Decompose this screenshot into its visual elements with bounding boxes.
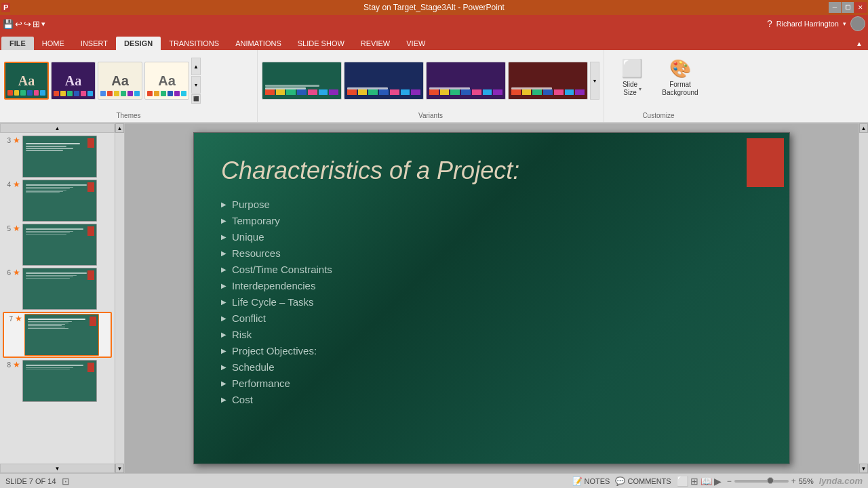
bullet-cost-time: ▶ Cost/Time Constraints [221, 264, 762, 275]
right-scroll-up[interactable]: ▲ [859, 123, 868, 133]
slide-number-8: 8 [3, 360, 11, 369]
bullet-cost: ▶ Cost [221, 394, 762, 405]
zoom-in-button[interactable]: + [791, 476, 796, 486]
bullet-arrow-8: ▶ [221, 314, 226, 322]
slide-star-3: ★ [13, 136, 20, 145]
slide-item-6[interactable]: 6 ★ [3, 268, 112, 310]
tab-review[interactable]: REVIEW [353, 37, 398, 50]
variant-4[interactable] [508, 62, 588, 100]
bullet-arrow-13: ▶ [221, 396, 226, 403]
slide-bullets[interactable]: ▶ Purpose ▶ Temporary ▶ Unique ▶ Resourc… [194, 195, 789, 417]
slide-thumb-3 [22, 136, 97, 178]
view-presentation[interactable]: ▶ [714, 476, 722, 487]
slide-canvas[interactable]: Characteristics of a Project: ▶ Purpose … [193, 132, 790, 464]
format-background-button[interactable]: 🎨 FormatBackground [657, 56, 703, 100]
slide-item-7[interactable]: 7 ★ [3, 312, 112, 358]
variant-1[interactable] [262, 62, 342, 100]
comments-icon: 💬 [615, 476, 625, 486]
user-name: Richard Harrington [776, 20, 839, 28]
slide-item-8[interactable]: 8 ★ [3, 360, 112, 402]
right-scroll-down[interactable]: ▼ [859, 464, 868, 473]
slide-panel: ▲ 3 ★ 4 ★ [0, 123, 115, 473]
panel-scroll-up[interactable]: ▲ [0, 123, 115, 133]
slide-thumb-6 [22, 268, 97, 310]
format-background-label: FormatBackground [662, 81, 698, 97]
bullet-arrow-9: ▶ [221, 331, 226, 338]
theme-2[interactable]: Aa [51, 62, 96, 100]
bullet-arrow-1: ▶ [221, 201, 226, 208]
themes-group: Aa Aa [0, 50, 258, 122]
zoom-level: 55% [799, 477, 814, 485]
variant-3[interactable] [426, 62, 506, 100]
tab-home[interactable]: HOME [34, 37, 73, 50]
themes-scroll-down[interactable]: ▾ [191, 76, 201, 94]
main-scroll-down[interactable]: ▼ [115, 464, 124, 473]
themes-scroll-up[interactable]: ▲ [191, 58, 201, 75]
avatar [850, 16, 865, 31]
bullet-arrow-2: ▶ [221, 217, 226, 224]
bullet-conflict: ▶ Conflict [221, 312, 762, 324]
slide-star-7: ★ [15, 314, 22, 323]
slide-star-8: ★ [13, 360, 20, 369]
slide-editor: Characteristics of a Project: ▶ Purpose … [125, 123, 859, 473]
slide-thumb-4 [22, 180, 97, 222]
collapse-ribbon-button[interactable]: ▲ [850, 37, 868, 50]
slide-item-3[interactable]: 3 ★ [3, 136, 112, 178]
tab-transitions[interactable]: TRANSITIONS [161, 37, 227, 50]
notes-button[interactable]: 📝 NOTES [572, 476, 610, 486]
slide-thumb-5 [22, 224, 97, 266]
tab-file[interactable]: FILE [1, 37, 34, 50]
variant-2[interactable] [344, 62, 424, 100]
themes-more[interactable]: ⬛ [191, 94, 201, 104]
bullet-arrow-12: ▶ [221, 380, 226, 387]
help-icon: ? [767, 18, 772, 29]
slide-view-toggle[interactable]: ⊡ [62, 476, 70, 487]
bullet-interdependencies: ▶ Interdependencies [221, 280, 762, 291]
variants-label: Variants [258, 112, 604, 119]
slide-size-button[interactable]: ⬜ SlideSize ▾ [612, 56, 652, 100]
bullet-lifecycle: ▶ Life Cycle – Tasks [221, 296, 762, 308]
user-dropdown-icon: ▾ [843, 20, 846, 27]
slide-star-5: ★ [13, 224, 20, 233]
slide-star-6: ★ [13, 268, 20, 277]
main-scroll-up[interactable]: ▲ [115, 123, 124, 133]
tab-view[interactable]: VIEW [398, 37, 433, 50]
slide-item-4[interactable]: 4 ★ [3, 180, 112, 222]
slide-title[interactable]: Characteristics of a Project: [194, 133, 789, 195]
tab-insert[interactable]: INSERT [73, 37, 116, 50]
zoom-slider[interactable] [734, 480, 789, 483]
bullet-arrow-11: ▶ [221, 363, 226, 371]
theme-4[interactable]: Aa [144, 62, 189, 100]
zoom-out-button[interactable]: − [727, 476, 732, 486]
slide-number-7: 7 [5, 314, 13, 323]
present-button[interactable]: ⊞ [33, 19, 40, 29]
slide-item-5[interactable]: 5 ★ [3, 224, 112, 266]
view-normal[interactable]: ⬜ [677, 476, 688, 487]
status-bar: SLIDE 7 OF 14 ⊡ 📝 NOTES 💬 COMMENTS ⬜ ⊞ 📖… [0, 473, 868, 488]
dropdown-button[interactable]: ▾ [41, 20, 45, 28]
view-reading[interactable]: 📖 [701, 476, 712, 487]
panel-scroll-down[interactable]: ▼ [0, 464, 115, 473]
customize-group: ⬜ SlideSize ▾ 🎨 FormatBackground Customi… [604, 50, 713, 122]
undo-button[interactable]: ↩ [15, 19, 22, 29]
view-slide-sorter[interactable]: ⊞ [690, 476, 698, 487]
slide-thumb-8 [22, 360, 97, 402]
redo-button[interactable]: ↪ [24, 19, 31, 29]
minimize-button[interactable]: ─ [829, 2, 841, 13]
tab-animations[interactable]: ANIMATIONS [227, 37, 290, 50]
tab-slideshow[interactable]: SLIDE SHOW [290, 37, 353, 50]
bullet-unique: ▶ Unique [221, 231, 762, 243]
restore-button[interactable]: ⧠ [842, 2, 854, 13]
save-quick-button[interactable]: 💾 [3, 19, 14, 29]
right-scrollbar: ▲ ▼ [859, 123, 868, 473]
comments-button[interactable]: 💬 COMMENTS [615, 476, 671, 486]
bullet-risk: ▶ Risk [221, 329, 762, 340]
close-button[interactable]: ✕ [854, 2, 867, 13]
tab-design[interactable]: DESIGN [116, 37, 161, 50]
bullet-temporary: ▶ Temporary [221, 215, 762, 226]
bullet-schedule: ▶ Schedule [221, 361, 762, 373]
slide-size-label: SlideSize [623, 81, 637, 97]
theme-3[interactable]: Aa [98, 62, 142, 100]
variants-scroll[interactable]: ▾ [590, 62, 599, 100]
theme-1[interactable]: Aa [4, 62, 49, 100]
